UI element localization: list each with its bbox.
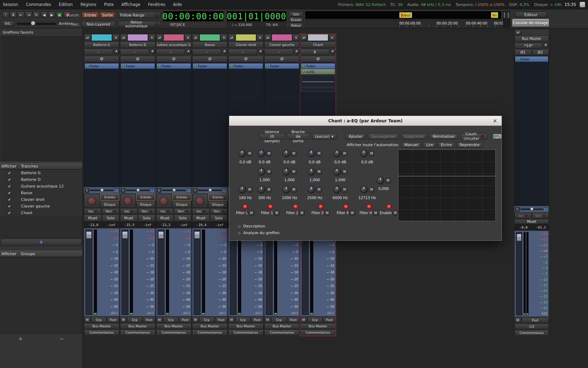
monitor-disk-button[interactable]: Disque [136, 201, 155, 208]
pan-track[interactable] [520, 209, 543, 210]
output-button[interactable]: Bus Master [192, 323, 227, 329]
solo-iso-button[interactable]: Iso. [120, 208, 138, 214]
filter-enable-led-icon[interactable] [318, 204, 323, 209]
strip-group-button[interactable]: - [264, 49, 293, 55]
peak-display[interactable]: -61,1 [533, 224, 549, 230]
tracks-col-name[interactable]: Tranches [18, 163, 82, 169]
monitor-level-slider[interactable] [17, 21, 56, 26]
time-signature-button[interactable]: TS: 4/4 [258, 22, 286, 27]
preset-dropdown[interactable]: (aucun)▾ [312, 133, 337, 139]
processor-fader[interactable]: Fader [157, 63, 191, 69]
meter-point-button[interactable]: Post [522, 317, 549, 323]
processor-aeq[interactable]: a-EQ [301, 69, 335, 74]
visible-check-icon[interactable]: ✔ [1, 211, 18, 215]
strip-width-icon[interactable]: ⇄ [264, 34, 271, 41]
groups-col-name[interactable]: Groupe [18, 251, 82, 257]
strip-width-icon[interactable]: ⇄ [228, 34, 235, 41]
goto-end-button[interactable]: ⇥ [25, 12, 32, 18]
comments-button[interactable]: Commentaires [228, 329, 264, 335]
groups-list-box[interactable] [1, 257, 82, 334]
return-indicator-button[interactable]: Retour [289, 23, 303, 28]
fader-handle-icon[interactable] [517, 234, 522, 241]
output-button[interactable]: Bus Master [300, 323, 336, 329]
track-list-row[interactable]: ✔Clavier gauche [1, 203, 82, 210]
automation-m-button[interactable]: M [247, 187, 252, 192]
automation-m-button[interactable]: M [266, 187, 272, 192]
peak-display[interactable]: -inf [139, 222, 155, 228]
menu-item-2[interactable]: Commandes [26, 2, 51, 7]
strip-color-bar[interactable] [308, 34, 328, 41]
dialog-close-icon[interactable]: × [492, 118, 498, 124]
automation-m-button[interactable]: M [393, 210, 398, 216]
loop-button[interactable]: ↻ [33, 12, 40, 18]
sync-source-label[interactable]: INT/JACK [170, 23, 185, 27]
strip-color-bar[interactable] [91, 34, 112, 41]
record-arm-button[interactable] [192, 194, 208, 208]
pan-right-chip[interactable]: D [544, 207, 548, 212]
solo-indicator-button[interactable]: Solo [289, 12, 303, 17]
dialog-titlebar[interactable]: Chant : a-EQ (par Ardour Team) × [229, 116, 502, 126]
group-button[interactable]: Grp [199, 317, 215, 323]
mute-button[interactable]: Muet [192, 214, 210, 222]
fader-handle-icon[interactable] [158, 231, 164, 239]
pan-track[interactable] [90, 190, 113, 191]
group-button[interactable]: Grp [163, 317, 178, 323]
strip-name-button[interactable]: Clavier gauche [264, 41, 300, 48]
processor-fader[interactable]: Fader [121, 63, 155, 69]
peak-display[interactable]: -inf [211, 222, 227, 228]
strip-group-button[interactable]: - [84, 49, 113, 55]
channel-fader[interactable] [194, 230, 201, 315]
metering-m-button[interactable]: M [228, 317, 235, 323]
session-overview[interactable]: début fin [305, 11, 501, 19]
plugin-knob[interactable] [333, 168, 341, 176]
output-button[interactable]: Bus Master [84, 323, 119, 329]
timeline-vscrollbar-1[interactable] [503, 11, 506, 28]
processor-fader[interactable]: Fader [193, 63, 227, 69]
pan-left-chip[interactable]: G [515, 207, 520, 212]
keyboard-focus-icon[interactable]: ⌨ [493, 133, 502, 140]
automation-m-button[interactable]: M [342, 151, 347, 156]
solo-lock-button[interactable]: Verr. [210, 208, 227, 214]
monitor-input-button[interactable]: Entrée [172, 194, 191, 201]
mixer-view-button[interactable]: Console de mixage [512, 19, 549, 26]
menu-item-8[interactable]: Aide [173, 2, 182, 7]
goto-start-button[interactable]: ⇤ [18, 12, 24, 18]
trim-knob[interactable] [330, 49, 336, 55]
strip-group-button[interactable]: 8 [300, 49, 329, 55]
plugin-knob[interactable] [308, 186, 315, 193]
auto-return-dropdown[interactable]: Retour automatique [118, 21, 160, 27]
processor-fader[interactable]: Fader [229, 63, 263, 69]
plugin-knob[interactable] [282, 186, 290, 193]
master-pan-widget[interactable]: G D [514, 206, 549, 212]
processor-fader[interactable]: Fader [515, 56, 548, 62]
filter-enable-led-icon[interactable] [243, 204, 247, 209]
processor-active-led-icon[interactable] [86, 65, 89, 67]
processor-fader[interactable]: Fader [265, 63, 299, 69]
pan-track[interactable] [162, 190, 186, 191]
groups-col-visible[interactable]: Afficher [0, 251, 18, 257]
pan-handle-icon[interactable] [100, 189, 104, 192]
gain-display[interactable]: -15,5 [120, 222, 139, 228]
channel-fader[interactable] [121, 230, 128, 315]
group-button[interactable]: Grp [91, 317, 106, 323]
pan-left-chip[interactable]: G [193, 188, 197, 193]
track-list-row[interactable]: ✔Guitare acoustique 12 [1, 183, 82, 190]
metering-m-button[interactable]: M [192, 317, 199, 323]
window-grip-icon[interactable] [580, 2, 585, 7]
automation-m-button[interactable]: M [291, 151, 296, 156]
pan-handle-icon[interactable] [136, 189, 140, 192]
play-button[interactable]: ▶ [48, 12, 55, 18]
strip-close-icon[interactable]: × [293, 34, 300, 41]
meter-point-button[interactable]: Post [251, 317, 264, 323]
fader-handle-icon[interactable] [86, 231, 92, 239]
automation-m-button[interactable]: M [316, 169, 322, 175]
plugin-knob[interactable] [238, 150, 246, 157]
plugin-knob[interactable] [258, 150, 265, 157]
plugin-knob[interactable] [360, 186, 368, 193]
peak-display[interactable]: -inf [175, 222, 191, 228]
strip-close-icon[interactable]: × [184, 34, 191, 41]
processor-active-led-icon[interactable] [194, 65, 197, 67]
automation-m-button[interactable]: M [299, 210, 304, 216]
master-comment-button[interactable]: *14* [514, 43, 542, 49]
pan-right-chip[interactable]: D [186, 188, 191, 193]
